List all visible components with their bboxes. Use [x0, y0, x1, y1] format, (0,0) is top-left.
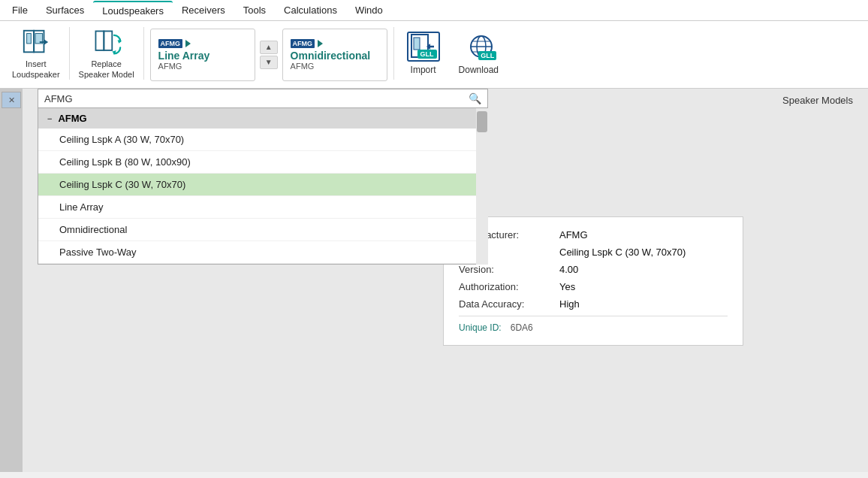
- dropdown-list: − AFMG Ceiling Lspk A (30 W, 70x70) Ceil…: [38, 108, 488, 265]
- import-gll-badge: GLL: [417, 50, 437, 59]
- download-icon-container: GLL: [460, 32, 496, 62]
- item-2-label: Ceiling Lspk C (30 W, 70x70): [59, 179, 185, 190]
- scrollbar[interactable]: [476, 108, 488, 265]
- menu-bar: File Surfaces Loudspeakers Receivers Too…: [0, 0, 868, 21]
- speaker-models-label: Speaker Models: [782, 95, 853, 106]
- menu-file[interactable]: File: [3, 2, 37, 19]
- menu-receivers[interactable]: Receivers: [173, 2, 234, 19]
- info-manufacturer-row: Manufacturer: AFMG: [459, 229, 728, 241]
- separator-1: [69, 27, 70, 80]
- model-value: Ceiling Lspk C (30 W, 70x70): [559, 247, 728, 258]
- info-panel: Manufacturer: AFMG Model: Ceiling Lspk C…: [443, 216, 743, 346]
- card-nav-arrows: ▲ ▼: [258, 41, 279, 69]
- card-down-arrow[interactable]: ▼: [260, 56, 278, 69]
- insert-loudspeaker-icon: [21, 27, 51, 57]
- line-array-sub: AFMG: [158, 62, 182, 71]
- info-uid-row: Unique ID: 6DA6: [459, 322, 728, 333]
- svg-rect-6: [95, 31, 104, 50]
- item-1-label: Ceiling Lspk B (80 W, 100x90): [59, 156, 191, 168]
- arrow-chevron-2: [318, 40, 323, 47]
- version-value: 4.00: [559, 264, 728, 275]
- authorization-label: Authorization:: [459, 281, 556, 292]
- info-model-row: Model: Ceiling Lspk C (30 W, 70x70): [459, 247, 728, 258]
- menu-tools[interactable]: Tools: [234, 2, 275, 19]
- line-array-card[interactable]: AFMG Line Array AFMG: [150, 29, 255, 81]
- separator-2: [143, 27, 144, 80]
- left-panel: ✕: [0, 89, 23, 472]
- search-icon[interactable]: 🔍: [469, 92, 481, 104]
- ribbon: Insert Loudspeaker Replace Speaker Model…: [0, 21, 868, 89]
- arrow-chevron-1: [185, 40, 191, 47]
- omni-afmg-tag: AFMG: [291, 39, 324, 48]
- afmg-badge-2: AFMG: [291, 39, 315, 48]
- import-gll-icon: GLL: [407, 32, 440, 62]
- dropdown-item-0[interactable]: Ceiling Lspk A (30 W, 70x70): [38, 129, 487, 151]
- menu-surfaces[interactable]: Surfaces: [37, 2, 93, 19]
- uid-value: 6DA6: [511, 322, 533, 333]
- manufacturer-value: AFMG: [559, 229, 728, 241]
- omnidirectional-card[interactable]: AFMG Omnidirectional AFMG: [282, 29, 387, 81]
- menu-window[interactable]: Windo: [346, 2, 392, 19]
- info-version-row: Version: 4.00: [459, 264, 728, 275]
- authorization-value: Yes: [559, 281, 728, 292]
- dropdown-item-4[interactable]: Omnidirectional: [38, 219, 487, 241]
- replace-speaker-icon: [92, 27, 122, 57]
- import-button[interactable]: GLL Import: [397, 24, 450, 83]
- accuracy-value: High: [559, 298, 728, 310]
- dropdown-group-afmg[interactable]: − AFMG: [38, 108, 487, 129]
- separator-3: [393, 27, 394, 80]
- dropdown-item-5[interactable]: Passive Two-Way: [38, 241, 487, 264]
- search-bar: 🔍: [38, 89, 488, 108]
- uid-label: Unique ID:: [459, 322, 502, 333]
- download-gll-badge: GLL: [478, 51, 496, 60]
- close-tab-button[interactable]: ✕: [2, 92, 21, 108]
- omni-title: Omnidirectional: [291, 50, 371, 62]
- line-array-title: Line Array: [158, 50, 210, 62]
- version-label: Version:: [459, 264, 556, 275]
- afmg-badge-1: AFMG: [158, 39, 183, 48]
- item-5-label: Passive Two-Way: [59, 247, 137, 258]
- search-input[interactable]: [44, 93, 466, 104]
- insert-loudspeaker-label: Insert Loudspeaker: [12, 59, 60, 80]
- scroll-thumb: [477, 111, 487, 132]
- svg-rect-7: [104, 31, 112, 50]
- replace-speaker-button[interactable]: Replace Speaker Model: [73, 24, 140, 83]
- dropdown-wrapper: − AFMG Ceiling Lspk A (30 W, 70x70) Ceil…: [38, 108, 488, 265]
- download-label: Download: [459, 65, 499, 75]
- card-up-arrow[interactable]: ▲: [260, 41, 278, 54]
- insert-loudspeaker-button[interactable]: Insert Loudspeaker: [6, 24, 66, 83]
- line-array-afmg-tag: AFMG: [158, 39, 191, 48]
- main-content: ✕ Speaker Models 🔍 − AFMG Ceiling Lspk A…: [0, 89, 868, 472]
- item-3-label: Line Array: [59, 201, 104, 213]
- omni-sub: AFMG: [291, 62, 315, 71]
- dropdown-item-3[interactable]: Line Array: [38, 196, 487, 219]
- item-4-label: Omnidirectional: [59, 224, 127, 235]
- info-divider: [459, 316, 728, 316]
- dropdown-item-1[interactable]: Ceiling Lspk B (80 W, 100x90): [38, 151, 487, 174]
- dropdown-item-2[interactable]: Ceiling Lspk C (30 W, 70x70): [38, 174, 487, 196]
- accuracy-label: Data Accuracy:: [459, 298, 556, 310]
- import-label: Import: [411, 65, 436, 75]
- collapse-icon: −: [47, 114, 52, 123]
- info-accuracy-row: Data Accuracy: High: [459, 298, 728, 310]
- group-label: AFMG: [58, 113, 86, 124]
- item-0-label: Ceiling Lspk A (30 W, 70x70): [59, 134, 184, 145]
- info-authorization-row: Authorization: Yes: [459, 281, 728, 292]
- svg-marker-4: [44, 39, 48, 45]
- menu-calculations[interactable]: Calculations: [275, 2, 346, 19]
- svg-rect-11: [414, 38, 420, 50]
- replace-speaker-label: Replace Speaker Model: [79, 59, 134, 80]
- download-button[interactable]: GLL Download: [451, 24, 506, 83]
- svg-rect-1: [26, 33, 31, 43]
- menu-loudspeakers[interactable]: Loudspeakers: [93, 1, 173, 20]
- dropdown-container: 🔍 − AFMG Ceiling Lspk A (30 W, 70x70) Ce…: [38, 89, 488, 265]
